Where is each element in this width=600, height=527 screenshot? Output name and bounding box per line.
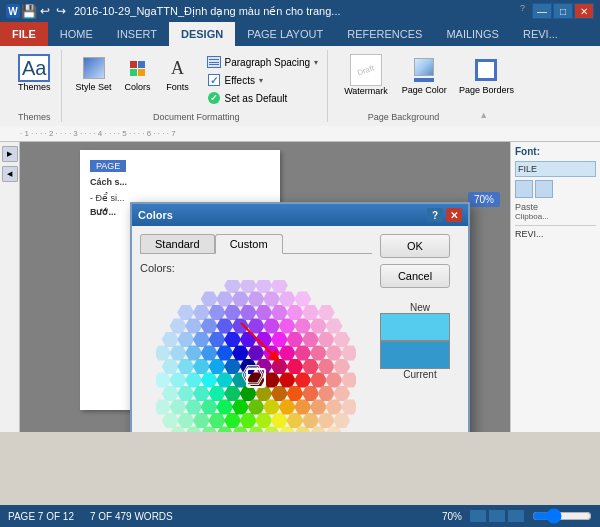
view-btn-2[interactable] [489,510,505,522]
zoom-percent: 70% [442,511,462,522]
tab-design[interactable]: DESIGN [169,22,235,46]
tab-home[interactable]: HOME [48,22,105,46]
dialog-help-btn[interactable]: ? [427,208,443,222]
paragraph-spacing-label: Paragraph Spacing [225,57,311,68]
colors-label: Colors: [140,262,372,274]
colors-dialog: Colors ? ✕ Standard Custom Colors: [130,202,470,432]
themes-group-label: Themes [18,108,51,122]
style-set-button[interactable]: Style Set [72,52,116,94]
page-borders-label: Page Borders [459,85,514,95]
side-icon-2 [535,180,553,198]
effects-btn[interactable]: ✓ Effects ▾ [204,72,322,88]
tab-mailings[interactable]: MAILINGS [434,22,511,46]
redo-icon[interactable]: ↪ [54,4,68,18]
side-icon-1 [515,180,533,198]
dialog-tabs: Standard Custom [140,234,372,254]
fonts-label: Fonts [166,82,189,92]
page-background-items: Draft Watermark Page Color Page Borders [338,52,518,98]
dialog-close-btn[interactable]: ✕ [446,208,462,222]
color-wheel[interactable] [156,280,356,432]
status-right: 70% [442,510,592,522]
page-background-group: Draft Watermark Page Color Page Borders [332,50,524,122]
new-color-box [380,313,450,341]
set-default-btn[interactable]: ✓ Set as Default [204,90,322,106]
set-default-label: Set as Default [225,93,288,104]
cancel-button[interactable]: Cancel [380,264,450,288]
font-heading: Font: [515,146,596,157]
paragraph-spacing-btn[interactable]: Paragraph Spacing ▾ [204,54,322,70]
ribbon-content: Aa Themes Themes Style Set [0,46,600,126]
tab-file[interactable]: FILE [0,22,48,46]
doc-formatting-group-label: Document Formatting [153,108,240,122]
side-icons [515,180,596,198]
ribbon-tabs: FILE HOME INSERT DESIGN PAGE LAYOUT REFE… [0,22,600,46]
dialog-right: OK Cancel New Current [380,234,460,432]
paragraph-spacing-icon [207,55,221,69]
tab-page-layout[interactable]: PAGE LAYOUT [235,22,335,46]
new-current-area: New Current [380,302,460,380]
tab-insert[interactable]: INSERT [105,22,169,46]
page-info: PAGE 7 OF 12 [8,511,74,522]
themes-icon: Aa [18,54,50,82]
undo-icon[interactable]: ↩ [38,4,52,18]
page-label: PAGE [90,160,126,172]
para-effects-group: Paragraph Spacing ▾ ✓ Effects ▾ ✓ [204,54,322,106]
color-wheel-container[interactable] [156,280,356,432]
doc-formatting-group: Style Set Colors A F [66,50,329,122]
title-bar: W 💾 ↩ ↪ 2016-10-29_NgaTTN_Định dạng màu … [0,0,600,22]
close-btn[interactable]: ✕ [574,3,594,19]
side-section-1: FILE [515,161,596,177]
themes-label: Themes [18,82,51,92]
colors-label: Colors [125,82,151,92]
revi-label: REVI... [515,229,596,239]
zoom-indicator: 70% [468,192,500,207]
style-set-label: Style Set [76,82,112,92]
side-divider [515,225,596,226]
left-toolbar: ▶ ◀ [0,142,20,432]
themes-items: Aa Themes [14,52,55,94]
view-btn-1[interactable] [470,510,486,522]
tab-custom[interactable]: Custom [215,234,283,254]
dialog-left: Standard Custom Colors: [140,234,372,432]
doc-area: ▶ ◀ PAGE Cách s... - Để si... Bướ... 70%… [0,142,600,432]
effects-icon: ✓ [207,73,221,87]
tab-review[interactable]: REVI... [511,22,570,46]
status-bar: PAGE 7 OF 12 7 OF 479 WORDS 70% [0,505,600,527]
title-controls: ? — □ ✕ [520,3,594,19]
left-tool-1[interactable]: ▶ [2,146,18,162]
watermark-icon: Draft [350,54,382,86]
effects-label: Effects [225,75,255,86]
view-btn-3[interactable] [508,510,524,522]
colors-button[interactable]: Colors [120,52,156,94]
word-icon: W [6,4,20,18]
themes-button[interactable]: Aa Themes [14,52,55,94]
themes-group: Aa Themes Themes [8,50,62,122]
zoom-value: 70% [474,194,494,205]
tab-standard[interactable]: Standard [140,234,215,253]
ruler: · 1 · · · · 2 · · · · 3 · · · · 4 · · · … [0,126,600,142]
side-label: Paste [515,202,596,212]
page-borders-button[interactable]: Page Borders [455,53,518,97]
tab-references[interactable]: REFERENCES [335,22,434,46]
left-tool-2[interactable]: ◀ [2,166,18,182]
dialog-title: Colors [138,209,427,221]
current-label: Current [380,369,460,380]
page-color-button[interactable]: Page Color [398,53,451,97]
fonts-button[interactable]: A Fonts [160,52,196,94]
status-controls [470,510,524,522]
ok-button[interactable]: OK [380,234,450,258]
maximize-btn[interactable]: □ [553,3,573,19]
current-color-box [380,341,450,369]
right-side-panel: Font: FILE Paste Clipboa... REVI... [510,142,600,432]
page-color-label: Page Color [402,85,447,95]
set-default-icon: ✓ [207,91,221,105]
watermark-label: Watermark [344,86,388,96]
dialog-titlebar: Colors ? ✕ [132,204,468,226]
watermark-button[interactable]: Draft Watermark [338,52,394,98]
save-icon[interactable]: 💾 [22,4,36,18]
page-background-group-label: Page Background [368,108,440,122]
window-title: 2016-10-29_NgaTTN_Định dạng màu nền cho … [74,5,520,18]
zoom-slider[interactable] [532,511,592,521]
minimize-btn[interactable]: — [532,3,552,19]
new-label: New [380,302,460,313]
